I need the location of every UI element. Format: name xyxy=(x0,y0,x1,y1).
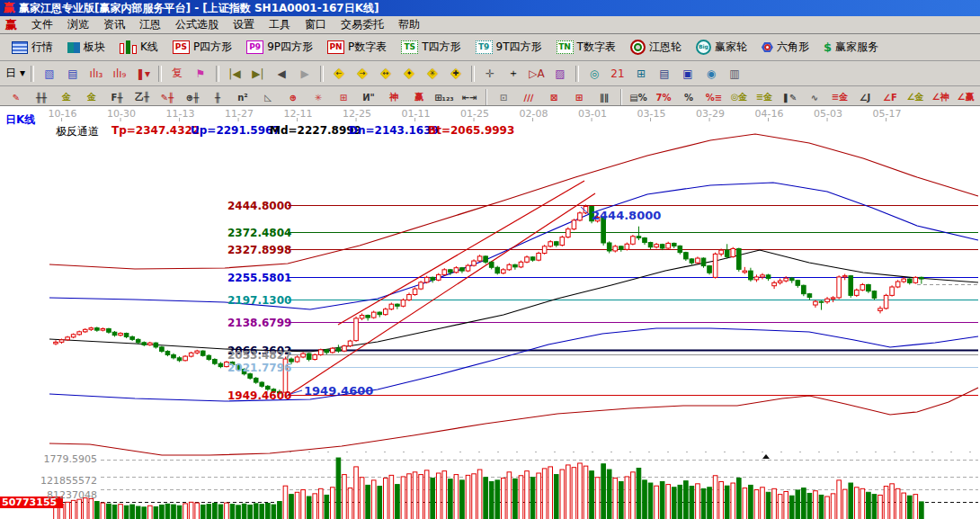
info-board-button[interactable]: ▤ xyxy=(61,63,85,84)
candle-body xyxy=(666,243,671,248)
printer-button[interactable]: ▥ xyxy=(723,63,746,84)
notes-button[interactable]: ▤ xyxy=(653,63,676,84)
wave-tool-button[interactable]: ∿ xyxy=(802,88,827,107)
toolbar-button-t-number-table[interactable]: TNT数字表 xyxy=(550,37,622,58)
candle-body xyxy=(731,248,735,256)
toolbar-button-winner-wheel[interactable]: Big赢家轮 xyxy=(690,37,753,58)
search-button[interactable]: ◎ xyxy=(583,63,606,84)
gold-lines-button[interactable]: ≡金 xyxy=(752,88,777,107)
price-annotation[interactable]: 2444.8000 xyxy=(592,209,661,222)
fan-lines-button[interactable]: ∕∕∕ xyxy=(516,88,541,107)
pan-right-button[interactable]: ◆→ xyxy=(351,63,374,84)
win-comb-button[interactable]: 赢 xyxy=(406,88,432,107)
fan-box-button[interactable]: ⊠ xyxy=(541,88,566,107)
menu-item-9[interactable]: 帮助 xyxy=(391,16,427,33)
percent-7-button[interactable]: 7% xyxy=(651,88,676,107)
bars-9-button[interactable]: ılı₉ xyxy=(108,63,131,84)
stats-table-button[interactable]: ▤% xyxy=(626,88,651,107)
gold-red-lines-button[interactable]: ≡金 xyxy=(827,88,852,107)
toolbar-button-quotes[interactable]: 行情 xyxy=(5,37,59,58)
period-selector-button[interactable]: 日 ▾ xyxy=(4,63,27,84)
menu-item-6[interactable]: 工具 xyxy=(262,16,298,33)
gold-comb-2-button[interactable]: 金 xyxy=(79,88,104,107)
j-angle-button[interactable]: ∠J xyxy=(852,88,878,107)
gann-circle-button[interactable]: ⊕ xyxy=(281,88,306,107)
parallel-lines-button[interactable]: ∥∥ xyxy=(592,88,617,107)
gold-circle-button[interactable]: ◎金 xyxy=(726,88,752,107)
pencil-candle-button[interactable]: ❚✎ xyxy=(777,88,802,107)
bars-3-button[interactable]: ılı₃ xyxy=(85,63,108,84)
pencil-ruler-button[interactable]: ✎╫ xyxy=(155,88,180,107)
gann-comb-button[interactable]: ╫╫ xyxy=(29,88,54,107)
candlestick-chart[interactable] xyxy=(0,106,980,519)
chart-area[interactable]: 日K线 极反通道 50773155 2444.80002372.48042327… xyxy=(0,105,980,519)
zoom-horizontal-button[interactable]: ◆↔ xyxy=(374,63,397,84)
menu-item-1[interactable]: 浏览 xyxy=(60,16,96,33)
pattern-tool-button[interactable]: ▧ xyxy=(38,63,61,84)
rect-tool-button[interactable]: ⊡ xyxy=(491,88,516,107)
toolbar-button-t-square[interactable]: TST四方形 xyxy=(395,37,467,58)
percent-lines-button[interactable]: %≡ xyxy=(701,88,726,107)
menu-item-7[interactable]: 窗口 xyxy=(298,16,334,33)
title-bar[interactable]: 赢 赢家江恩专业版[赢家内部服务平台] - [上证指数 SH1A0001-167… xyxy=(0,0,980,16)
volume-bar xyxy=(643,480,647,519)
last-page-button[interactable]: ▶| xyxy=(246,63,270,84)
flag-marker-button[interactable]: ⚑ xyxy=(189,63,212,84)
net-tool-button[interactable]: ◉ xyxy=(699,63,723,84)
toolbar-button-kline[interactable]: K线 xyxy=(113,37,165,58)
pointer-label-button[interactable]: ▷A xyxy=(525,63,548,84)
expand-button[interactable]: ◆✚ xyxy=(444,63,468,84)
toolbar-button-sectors[interactable]: 板块 xyxy=(61,37,111,58)
toolbar-button-hexagon[interactable]: 六角形 xyxy=(755,37,815,58)
price-annotation[interactable]: 1949.4600 xyxy=(304,384,373,398)
protractor-button[interactable]: ◺ xyxy=(255,88,281,107)
menu-item-4[interactable]: 公式选股 xyxy=(168,16,226,33)
toolbar-button-9t-square[interactable]: T99T四方形 xyxy=(469,37,548,58)
percent-button[interactable]: % xyxy=(676,88,701,107)
web-box-button[interactable]: ⊞ xyxy=(331,88,356,107)
comb-button[interactable]: ╫ xyxy=(205,88,230,107)
win-angle-button[interactable]: ∠赢 xyxy=(953,88,978,107)
menu-item-5[interactable]: 设置 xyxy=(226,16,262,33)
step-right-button[interactable]: ▶ xyxy=(293,63,316,84)
candle-style-button[interactable]: ❚▾ xyxy=(131,63,155,84)
shen-comb-button[interactable]: 神 xyxy=(381,88,406,107)
toolbar-button-gann-wheel[interactable]: 江恩轮 xyxy=(624,37,688,58)
toolbar-button-9p-square[interactable]: P99P四方形 xyxy=(240,37,319,58)
pan-left-button[interactable]: ◆← xyxy=(327,63,351,84)
hand-tool-button[interactable]: ✛ xyxy=(478,63,502,84)
toolbar-button-winner-service[interactable]: $赢家服务 xyxy=(817,37,885,58)
compress-button[interactable]: ◆✦ xyxy=(397,63,421,84)
spider-web-button[interactable]: ✳ xyxy=(306,88,331,107)
crosshair-tool-button[interactable]: ＋ xyxy=(502,63,525,84)
first-page-button[interactable]: |◀ xyxy=(223,63,246,84)
grid-box-button[interactable]: ⊞ xyxy=(566,88,592,107)
restore-rights-button[interactable]: 复 xyxy=(165,63,189,84)
shen-angle-button[interactable]: ∠神 xyxy=(928,88,953,107)
volume-bar xyxy=(772,488,777,519)
box-123-button[interactable]: ⊞₁₂₃ xyxy=(432,88,457,107)
circle-comb-button[interactable]: ⊕╫ xyxy=(180,88,205,107)
zoom-all-button[interactable]: ◆✳ xyxy=(421,63,444,84)
k-angle-button[interactable]: И" xyxy=(356,88,381,107)
toolbar-button-p-number-table[interactable]: PNP数字表 xyxy=(321,37,393,58)
span-arrows-button[interactable]: ⇤⇥ xyxy=(457,88,482,107)
menu-item-0[interactable]: 文件 xyxy=(24,16,60,33)
menu-item-3[interactable]: 江恩 xyxy=(132,16,168,33)
gold-comb-1-button[interactable]: 金 xyxy=(54,88,79,107)
toolbar-button-p-square[interactable]: PSP四方形 xyxy=(166,37,238,58)
f-comb-button[interactable]: F╫ xyxy=(104,88,129,107)
n-square-button[interactable]: n² xyxy=(230,88,255,107)
calendar-21-button[interactable]: 21 xyxy=(606,63,629,84)
menu-item-8[interactable]: 交易委托 xyxy=(334,16,391,33)
save-button[interactable]: ▣ xyxy=(676,63,699,84)
spiral-comb-button[interactable]: 乙╫ xyxy=(129,88,155,107)
eraser-tool-button[interactable]: ▨ xyxy=(548,63,572,84)
menu-item-2[interactable]: 资讯 xyxy=(96,16,132,33)
gold-angle-button[interactable]: ∠金 xyxy=(903,88,928,107)
step-left-button[interactable]: ◀ xyxy=(270,63,293,84)
pen-tool-button[interactable]: ✎ xyxy=(4,88,29,107)
calculator-button[interactable]: ⊞ xyxy=(629,63,653,84)
indicator-name[interactable]: 极反通道 xyxy=(56,124,99,139)
f-angle-button[interactable]: ∠F xyxy=(878,88,903,107)
